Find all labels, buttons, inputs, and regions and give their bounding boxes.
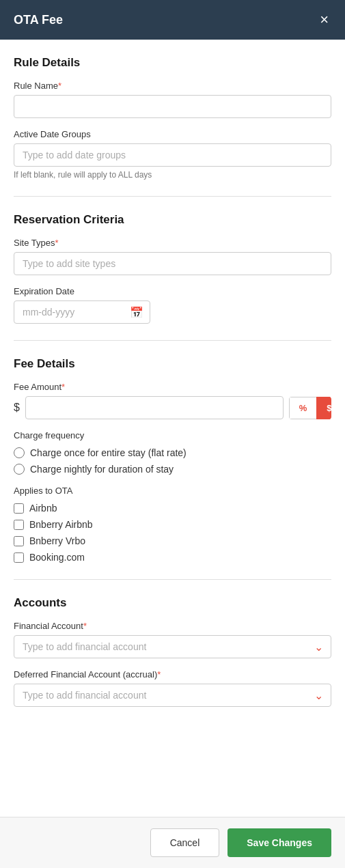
active-date-groups-input[interactable] bbox=[14, 143, 331, 167]
booking-com-checkbox[interactable] bbox=[14, 552, 24, 563]
site-types-label: Site Types* bbox=[14, 238, 331, 248]
date-input-wrapper: 📅 bbox=[14, 300, 150, 324]
applies-to-ota-title: Applies to OTA bbox=[14, 486, 331, 496]
expiration-date-input[interactable] bbox=[14, 300, 150, 324]
save-changes-button[interactable]: Save Changes bbox=[227, 828, 331, 857]
deferred-financial-account-group: Deferred Financial Account (accrual)* ⌄ bbox=[14, 669, 331, 707]
modal-container: OTA Fee × Rule Details Rule Name* Active… bbox=[0, 0, 345, 868]
modal-title: OTA Fee bbox=[14, 13, 63, 27]
divider-3 bbox=[14, 579, 331, 580]
expiration-date-group: Expiration Date 📅 bbox=[14, 286, 331, 324]
charge-nightly-option: Charge nightly for duration of stay bbox=[14, 464, 331, 475]
booking-com-checkbox-option: Booking.com bbox=[14, 552, 331, 563]
fee-details-section: Fee Details Fee Amount* $ % $ Charge fre… bbox=[14, 357, 331, 563]
rule-name-input[interactable] bbox=[14, 95, 331, 118]
fee-type-toggle: % $ bbox=[289, 397, 331, 419]
applies-to-ota-section: Applies to OTA Airbnb Bnberry Airbnb Bnb… bbox=[14, 486, 331, 563]
charge-flat-rate-option: Charge once for entire stay (flat rate) bbox=[14, 447, 331, 458]
airbnb-label: Airbnb bbox=[29, 503, 57, 514]
bnberry-vrbo-checkbox-option: Bnberry Vrbo bbox=[14, 535, 331, 546]
rule-name-group: Rule Name* bbox=[14, 81, 331, 118]
fee-details-title: Fee Details bbox=[14, 357, 331, 371]
financial-account-group: Financial Account* ⌄ bbox=[14, 621, 331, 658]
modal-body: Rule Details Rule Name* Active Date Grou… bbox=[0, 40, 345, 817]
date-groups-hint: If left blank, rule will apply to ALL da… bbox=[14, 170, 331, 180]
bnberry-vrbo-checkbox[interactable] bbox=[14, 536, 24, 546]
modal-footer: Cancel Save Changes bbox=[0, 817, 345, 868]
deferred-financial-account-input[interactable] bbox=[14, 684, 331, 707]
booking-com-label: Booking.com bbox=[29, 552, 85, 563]
site-types-input[interactable] bbox=[14, 252, 331, 275]
charge-flat-rate-radio[interactable] bbox=[14, 447, 25, 458]
close-button[interactable]: × bbox=[317, 12, 331, 27]
site-types-group: Site Types* bbox=[14, 238, 331, 275]
charge-nightly-label: Charge nightly for duration of stay bbox=[30, 464, 174, 475]
rule-details-section: Rule Details Rule Name* Active Date Grou… bbox=[14, 56, 331, 180]
rule-details-title: Rule Details bbox=[14, 56, 331, 70]
charge-frequency-title: Charge frequency bbox=[14, 430, 331, 440]
charge-flat-rate-label: Charge once for entire stay (flat rate) bbox=[30, 447, 187, 458]
fee-amount-label: Fee Amount* bbox=[14, 382, 331, 392]
dollar-toggle-button[interactable]: $ bbox=[316, 397, 331, 419]
dollar-sign-label: $ bbox=[14, 402, 20, 414]
active-date-groups-group: Active Date Groups If left blank, rule w… bbox=[14, 129, 331, 180]
charge-frequency-section: Charge frequency Charge once for entire … bbox=[14, 430, 331, 475]
charge-nightly-radio[interactable] bbox=[14, 464, 25, 475]
divider-1 bbox=[14, 196, 331, 197]
deferred-financial-account-label: Deferred Financial Account (accrual)* bbox=[14, 669, 331, 680]
active-date-groups-label: Active Date Groups bbox=[14, 129, 331, 139]
accounts-title: Accounts bbox=[14, 596, 331, 610]
percent-toggle-button[interactable]: % bbox=[289, 397, 317, 419]
fee-amount-row: $ % $ bbox=[14, 396, 331, 419]
airbnb-checkbox[interactable] bbox=[14, 503, 24, 514]
airbnb-checkbox-option: Airbnb bbox=[14, 503, 331, 514]
expiration-date-label: Expiration Date bbox=[14, 286, 331, 296]
fee-amount-input[interactable] bbox=[25, 396, 284, 419]
divider-2 bbox=[14, 340, 331, 341]
accounts-section: Accounts Financial Account* ⌄ Deferred F… bbox=[14, 596, 331, 707]
deferred-financial-account-dropdown-wrapper: ⌄ bbox=[14, 684, 331, 707]
reservation-criteria-title: Reservation Criteria bbox=[14, 213, 331, 227]
bnberry-vrbo-label: Bnberry Vrbo bbox=[29, 535, 85, 546]
financial-account-input[interactable] bbox=[14, 635, 331, 658]
bnberry-airbnb-label: Bnberry Airbnb bbox=[29, 519, 93, 530]
reservation-criteria-section: Reservation Criteria Site Types* Expirat… bbox=[14, 213, 331, 324]
financial-account-dropdown-wrapper: ⌄ bbox=[14, 635, 331, 658]
rule-name-label: Rule Name* bbox=[14, 81, 331, 91]
bnberry-airbnb-checkbox-option: Bnberry Airbnb bbox=[14, 519, 331, 530]
modal-header: OTA Fee × bbox=[0, 0, 345, 40]
bnberry-airbnb-checkbox[interactable] bbox=[14, 520, 24, 530]
financial-account-label: Financial Account* bbox=[14, 621, 331, 631]
fee-amount-group: Fee Amount* $ % $ bbox=[14, 382, 331, 419]
cancel-button[interactable]: Cancel bbox=[150, 828, 220, 857]
